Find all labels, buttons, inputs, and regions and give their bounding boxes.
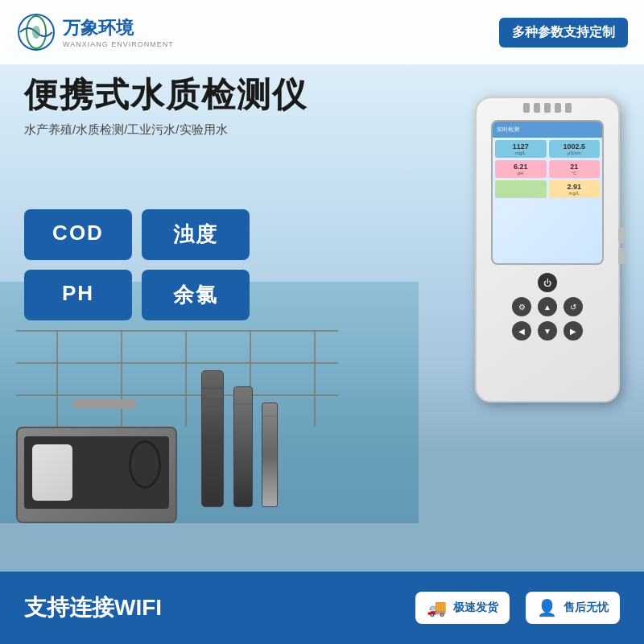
case-device	[32, 444, 72, 501]
delivery-text: 极速发货	[453, 601, 498, 615]
param-badge-cod: COD	[24, 209, 132, 260]
device-ports	[477, 98, 618, 116]
aftersale-text: 售后无忧	[564, 601, 609, 615]
settings-button[interactable]: ⚙	[512, 297, 531, 316]
left-button[interactable]: ◀	[512, 321, 531, 341]
delivery-badge: 🚚 极速发货	[415, 592, 510, 624]
top-right-badge: 多种参数支持定制	[499, 18, 628, 47]
case-handle	[72, 399, 137, 409]
service-badges: 🚚 极速发货 👤 售后无忧	[415, 592, 620, 624]
logo-sub-text: WANXIANG ENVIRONMENT	[63, 40, 174, 48]
sub-title: 水产养殖/水质检测/工业污水/实验用水	[24, 122, 308, 138]
probe-3	[262, 402, 278, 507]
wifi-text: 支持连接WIFI	[24, 592, 162, 623]
cell-val-1: 1127	[497, 142, 544, 151]
logo-main-text: 万象环境	[63, 16, 174, 40]
aftersale-icon: 👤	[537, 598, 557, 617]
up-button[interactable]: ▲	[538, 297, 557, 316]
aftersale-badge: 👤 售后无忧	[526, 592, 620, 624]
cell-unit-1: mg/L	[497, 151, 544, 155]
screen-cell-1: 1127 mg/L	[495, 140, 547, 158]
delivery-icon: 🚚	[427, 598, 447, 617]
main-container: 万象环境 WANXIANG ENVIRONMENT 多种参数支持定制 便携式水质…	[0, 0, 644, 644]
cell-unit-4: °C	[551, 171, 598, 175]
button-row-2: ⚙ ▲ ↺	[493, 297, 602, 316]
probes-area	[16, 362, 354, 523]
device-screen: 实时检测 1127 mg/L 1002.5 μS/cm	[491, 120, 604, 265]
param-badge-ph: PH	[24, 270, 132, 320]
logo-text: 万象环境 WANXIANG ENVIRONMENT	[63, 16, 174, 48]
port-1	[523, 103, 530, 113]
cell-val-4: 21	[551, 163, 598, 171]
screen-header-text: 实时检测	[497, 126, 519, 134]
screen-header: 实时检测	[493, 122, 602, 138]
cell-val-2: 1002.5	[551, 142, 598, 151]
case-body	[16, 427, 177, 523]
side-buttons	[618, 227, 625, 264]
cell-unit-3: pH	[497, 171, 544, 175]
device-area: 实时检测 1127 mg/L 1002.5 μS/cm	[402, 97, 628, 483]
svg-point-2	[32, 26, 40, 39]
side-btn-2[interactable]	[618, 248, 625, 264]
button-row-1: ⏻	[493, 273, 602, 292]
port-4	[555, 103, 561, 113]
header: 万象环境 WANXIANG ENVIRONMENT 多种参数支持定制	[0, 0, 644, 64]
handheld-device: 实时检测 1127 mg/L 1002.5 μS/cm	[467, 97, 628, 435]
bottom-banner: 支持连接WIFI 🚚 极速发货 👤 售后无忧	[0, 572, 644, 644]
cell-val-6: 2.91	[551, 183, 598, 191]
cell-unit-2: μS/cm	[551, 151, 598, 155]
screen-grid: 1127 mg/L 1002.5 μS/cm 6.21 pH	[493, 138, 602, 200]
cell-unit-6: mg/L	[551, 191, 598, 196]
screen-cell-5	[495, 180, 547, 198]
cell-val-3: 6.21	[497, 163, 544, 171]
logo-icon	[16, 12, 56, 52]
side-btn-1[interactable]	[618, 227, 625, 243]
port-5	[565, 103, 572, 113]
screen-cell-6: 2.91 mg/L	[549, 180, 601, 198]
screen-cell-4: 21 °C	[549, 160, 601, 178]
down-button[interactable]: ▼	[538, 321, 557, 341]
param-badges: COD 浊度 PH 余氯	[24, 209, 250, 320]
device-buttons: ⏻ ⚙ ▲ ↺ ◀ ▼ ▶	[477, 273, 618, 341]
main-title: 便携式水质检测仪	[24, 72, 308, 118]
case-cable	[129, 440, 161, 489]
refresh-button[interactable]: ↺	[564, 297, 583, 316]
case-interior	[24, 436, 169, 509]
port-2	[534, 103, 540, 113]
screen-cell-3: 6.21 pH	[495, 160, 547, 178]
probe-2	[233, 386, 253, 507]
device-body: 实时检测 1127 mg/L 1002.5 μS/cm	[475, 97, 620, 402]
logo-area: 万象环境 WANXIANG ENVIRONMENT	[16, 12, 174, 52]
port-3	[544, 103, 551, 113]
equipment-case	[16, 411, 193, 523]
param-badge-chlorine: 余氯	[142, 270, 250, 320]
probe-1	[201, 370, 224, 507]
param-badge-turbidity: 浊度	[142, 209, 250, 260]
power-button[interactable]: ⏻	[538, 273, 557, 292]
title-area: 便携式水质检测仪 水产养殖/水质检测/工业污水/实验用水	[24, 72, 308, 138]
button-row-3: ◀ ▼ ▶	[493, 321, 602, 341]
right-button[interactable]: ▶	[564, 321, 583, 341]
screen-cell-2: 1002.5 μS/cm	[549, 140, 601, 158]
